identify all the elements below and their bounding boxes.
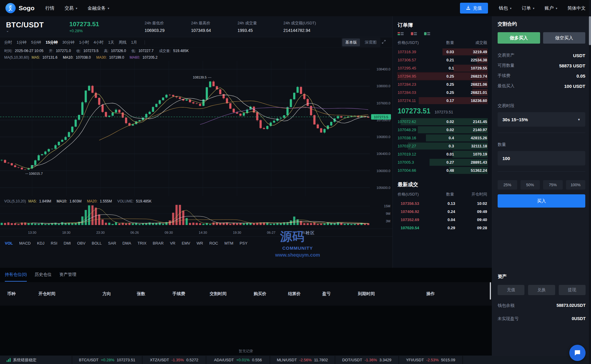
ticker-item[interactable]: DOT/USDT -1.36% 3.3429 [335, 356, 399, 364]
ask-row[interactable]: 107306.57 0.21 22534.38 [397, 56, 488, 64]
percent-button[interactable]: 75% [543, 180, 563, 190]
indicator-button[interactable]: EMV [182, 241, 190, 245]
ask-row[interactable]: 107316.39 0.03 3219.49 [397, 48, 488, 56]
chart-view-tab[interactable]: 深度图 [362, 39, 380, 46]
interval-button[interactable]: 30分钟 [62, 40, 74, 45]
page-scrollbar-thumb[interactable] [589, 16, 591, 45]
indicator-button[interactable]: RSI [51, 241, 58, 245]
chart-view-tab[interactable]: 基本版 [342, 39, 360, 46]
signal-bars-icon [7, 358, 11, 362]
indicator-button[interactable]: WR [196, 241, 203, 245]
ticker-item[interactable]: BTC/USDT +0.28% 107273.51 [72, 356, 142, 364]
amount-label: 数量 [498, 142, 585, 147]
ask-row[interactable]: 107284.03 0.25 26821.01 [397, 88, 488, 97]
interval-button[interactable]: 1天 [108, 40, 114, 45]
positions-column-header: 盈亏 [322, 291, 358, 297]
long-buy-button[interactable]: 做多买入 [498, 32, 540, 44]
indicator-button[interactable]: VR [170, 241, 175, 245]
period-select[interactable]: 30s 15~15% ▼ [498, 112, 585, 127]
pair-stat: 24h 成交额(USDT) 214144782.94 [283, 20, 316, 33]
indicator-button[interactable]: PSY [240, 241, 248, 245]
bid-row[interactable]: 107005.3 0.27 28891.43 [397, 158, 488, 166]
indicator-button[interactable]: MTM [224, 241, 233, 245]
interval-button[interactable]: 1月 [131, 40, 137, 45]
indicator-button[interactable]: DMI [64, 241, 71, 245]
chevron-down-icon: ▾ [510, 7, 511, 10]
ticker-item[interactable]: YFI/USDT -2.53% 5015.09 [399, 356, 463, 364]
nav-user-menu: 钱包▾订单▾账户▾简体中文▾ [499, 5, 586, 11]
orderbook-view-bids-icon[interactable] [424, 32, 430, 35]
interval-button[interactable]: 分时 [4, 40, 12, 45]
asset-action-button[interactable]: 提现 [559, 285, 586, 295]
indicator-button[interactable]: BRAR [153, 241, 164, 245]
interval-button[interactable]: 周线 [119, 40, 127, 45]
chevron-down-icon[interactable]: ⌄ [6, 29, 69, 33]
ask-row[interactable]: 107284.23 0.25 26821.06 [397, 80, 488, 88]
nav-menu-item[interactable]: 行情▾ [45, 5, 55, 11]
candlestick-chart[interactable]: 108400.0108000.0107600.0107200.0106800.0… [0, 61, 392, 197]
ticker-strip: BTC/USDT +0.28% 107273.51 XTZ/USDT -1.35… [72, 356, 463, 364]
indicator-button[interactable]: BOLL [92, 241, 102, 245]
bid-row[interactable]: 107072.62 0.02 2141.45 [397, 118, 488, 126]
positions-tab[interactable]: 资产管理 [59, 272, 76, 282]
orderbook-view-all-icon[interactable] [398, 32, 404, 35]
ask-row[interactable]: 107295.45 0.1 10729.55 [397, 64, 488, 72]
trade-panel-title: 交割合约 [498, 21, 585, 27]
orderbook-view-asks-icon[interactable] [411, 32, 417, 35]
indicator-button[interactable]: MACD [19, 241, 31, 245]
bid-row[interactable]: 107004.66 0.48 51362.24 [397, 166, 488, 174]
nav-user-item[interactable]: 订单▾ [522, 5, 534, 11]
indicator-button[interactable]: DMA [123, 241, 131, 245]
asset-action-button[interactable]: 充值 [498, 285, 524, 295]
interval-button[interactable]: 1分钟 [17, 40, 27, 45]
indicator-button[interactable]: ROC [209, 241, 218, 245]
ask-row[interactable]: 107274.11 0.17 18236.60 [397, 97, 488, 105]
positions-scrollbar[interactable] [490, 282, 491, 300]
bid-row[interactable]: 107038.16 0.4 42815.26 [397, 134, 488, 142]
brand[interactable]: Sogo [5, 3, 35, 13]
bid-row[interactable]: 107037.27 0.3 32111.18 [397, 142, 488, 150]
trade-field: 最低买入 100 USDT [498, 81, 585, 91]
recent-trade-row: 107356.53 0.13 10:02 [397, 199, 488, 208]
bid-row[interactable]: 107048.29 0.02 2140.97 [397, 126, 488, 134]
pair-name[interactable]: BTC/USDT [6, 21, 69, 29]
bid-row[interactable]: 107019.12 0.01 1070.19 [397, 150, 488, 158]
chat-support-button[interactable] [569, 345, 586, 361]
volume-info: VOL(5,10,20) MA5:1.849M MA10:1.603M MA20… [0, 198, 159, 205]
nav-menu-item[interactable]: 交易▾ [65, 5, 77, 11]
interval-button[interactable]: 5分钟 [31, 40, 41, 45]
percent-button[interactable]: 100% [566, 180, 586, 190]
indicator-button[interactable]: TRIX [137, 241, 146, 245]
percent-buttons: 25%50%75%100% [498, 180, 585, 190]
percent-button[interactable]: 25% [498, 180, 517, 190]
indicator-button[interactable]: VOL [5, 241, 13, 245]
amount-input[interactable] [498, 151, 585, 165]
page-scrollbar[interactable] [589, 0, 591, 364]
asset-action-button[interactable]: 兑换 [528, 285, 555, 295]
interval-button[interactable]: 1小时 [79, 40, 89, 45]
nav-user-item[interactable]: 账户▾ [545, 5, 557, 11]
positions-column-header: 方向 [102, 291, 137, 297]
ticker-item[interactable]: XTZ/USDT -1.35% 0.5272 [142, 356, 206, 364]
deposit-button[interactable]: 充值 [460, 3, 488, 14]
fullscreen-icon[interactable] [382, 40, 386, 45]
interval-button[interactable]: 4小时 [94, 40, 104, 45]
buy-button[interactable]: 买入 [498, 194, 585, 208]
ticker-item[interactable]: MLN/USDT -2.56% 11.7802 [270, 356, 335, 364]
nav-user-item[interactable]: 简体中文▾ [568, 5, 586, 11]
nav-user-item[interactable]: 钱包▾ [499, 5, 511, 11]
volume-pane[interactable]: VOL(5,10,20) MA5:1.849M MA10:1.603M MA20… [0, 197, 392, 229]
indicator-button[interactable]: KDJ [37, 241, 45, 245]
ask-row[interactable]: 107294.95 0.25 26823.74 [397, 72, 488, 80]
ticker-item[interactable]: ADA/USDT +0.01% 0.556 [206, 356, 270, 364]
positions-tab[interactable]: 持有仓位(0) [5, 272, 27, 282]
indicator-button[interactable]: SAR [108, 241, 116, 245]
indicator-button[interactable]: OBV [77, 241, 85, 245]
positions-tab[interactable]: 历史仓位 [35, 272, 52, 282]
interval-button[interactable]: 15分钟 [45, 40, 58, 45]
percent-button[interactable]: 50% [521, 180, 540, 190]
short-buy-button[interactable]: 做空买入 [543, 32, 586, 44]
last-price: 107273.51 [69, 20, 117, 28]
nav-menu-item[interactable]: 金融业务▾ [88, 5, 109, 11]
orderbook-header: 价格(USDT) 数量 成交额 [397, 39, 488, 48]
